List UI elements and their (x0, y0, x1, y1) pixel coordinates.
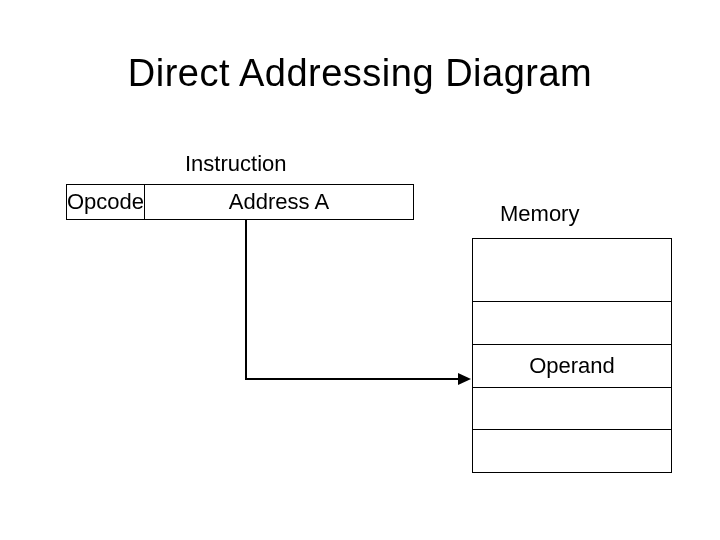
memory-cell-4 (473, 430, 671, 472)
memory-cell-3 (473, 388, 671, 431)
instruction-box: Opcode Address A (66, 184, 414, 220)
memory-cell-0 (473, 239, 671, 302)
page-title: Direct Addressing Diagram (0, 52, 720, 95)
diagram-canvas: Direct Addressing Diagram Instruction Op… (0, 0, 720, 540)
memory-label: Memory (500, 201, 579, 227)
opcode-field: Opcode (67, 185, 145, 219)
memory-cell-1 (473, 302, 671, 345)
memory-box: Operand (472, 238, 672, 473)
memory-cell-operand: Operand (473, 345, 671, 388)
address-field: Address A (145, 185, 413, 219)
instruction-label: Instruction (185, 151, 287, 177)
